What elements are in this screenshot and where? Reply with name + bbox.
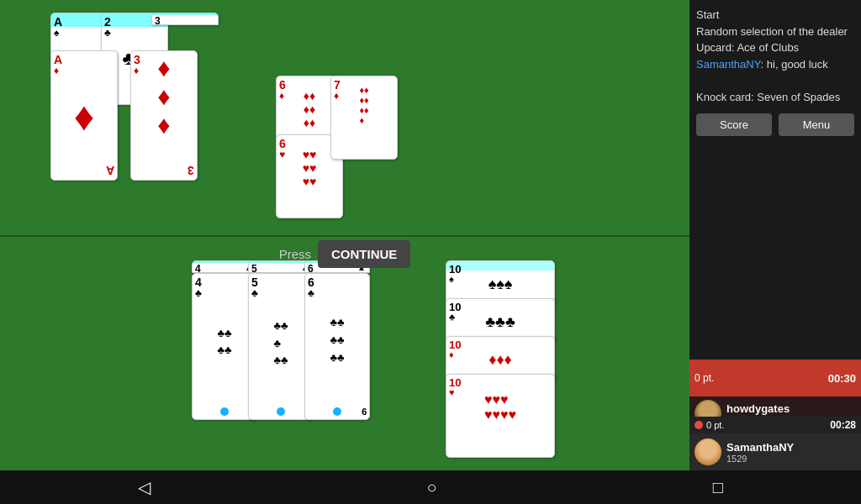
log-chat: SamanthaNY: hi, good luck (696, 56, 854, 73)
player1-name: howdygates (726, 402, 856, 415)
card-dot-indicator (333, 407, 341, 416)
card-a-diamond[interactable]: A ♦ ♦ A (50, 50, 118, 181)
player1-timer: 00:30 (828, 372, 856, 385)
continue-area: Press CONTINUE (0, 237, 689, 270)
player2-info: SamanthaNY 1529 (726, 441, 856, 464)
card-10-heart[interactable]: 10 ♥ ♥♥♥♥♥♥♥ (446, 374, 555, 458)
log-knock: Knock card: Seven of Spades (696, 89, 854, 106)
nav-bar: ◁ ○ □ (0, 470, 861, 504)
player2-pt-label: 0 pt. (706, 420, 724, 430)
player1-pt: 0 pt. (695, 372, 720, 384)
log-upcard: Upcard: Ace of Clubs (696, 39, 854, 56)
menu-button[interactable]: Menu (779, 113, 854, 136)
timer-dot (695, 421, 703, 429)
avatar-samantha (695, 438, 721, 465)
player2-details-row: SamanthaNY 1529 (689, 433, 861, 470)
player2-score: 1529 (726, 454, 856, 464)
player2-name: SamanthaNY (726, 441, 856, 454)
continue-button[interactable]: CONTINUE (318, 240, 410, 268)
card-3-diamond[interactable]: 3 ♦ ♦♦♦ 3 (130, 50, 198, 181)
press-label: Press (279, 247, 311, 261)
home-button[interactable]: ○ (426, 478, 436, 497)
score-button[interactable]: Score (696, 113, 772, 136)
player2-time-display: 00:28 (830, 419, 856, 431)
sidebar-buttons: Score Menu (696, 113, 854, 136)
back-button[interactable]: ◁ (138, 477, 151, 497)
sidebar: Start Random selection of the dealer Upc… (689, 0, 861, 470)
card-3-tab[interactable]: 3 (151, 13, 219, 25)
card-7-diamond[interactable]: 7 ♦ ♦♦♦♦♦♦♦ (330, 76, 398, 160)
recents-button[interactable]: □ (713, 478, 723, 497)
game-area: A ♠ ♠ 2 ♣ ♣♣ 3 A ♦ ♦ A 3 ♦ ♦♦♦ 3 6 ♦ ♦♦♦… (0, 0, 689, 470)
card-dot-indicator (220, 407, 229, 416)
card-dot-indicator (277, 407, 285, 416)
log-dealer: Random selection of the dealer (696, 24, 854, 40)
log-start: Start (696, 7, 854, 24)
player2-timer-row: 0 pt. 00:28 (689, 417, 861, 433)
card-6-club[interactable]: 6 ♣ ♣♣♣♣♣♣ 9 (304, 273, 370, 420)
sidebar-log: Start Random selection of the dealer Upc… (696, 7, 854, 105)
player-panel-howdy: 0 pt. 00:30 (689, 360, 861, 396)
